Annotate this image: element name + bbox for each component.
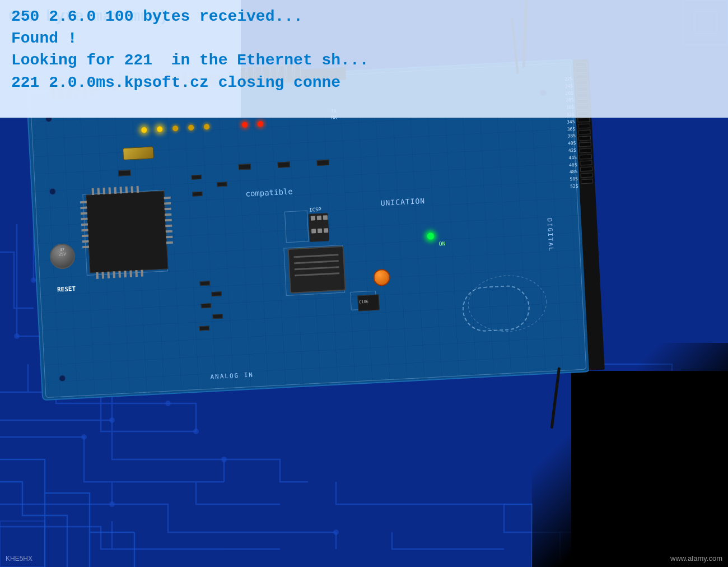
smd-resistor-8 xyxy=(199,326,209,331)
dotted-circle-area xyxy=(461,285,531,333)
ic-lead-b7 xyxy=(129,271,132,277)
ic-lead-b2 xyxy=(101,272,104,278)
smd-resistor-5 xyxy=(212,291,222,296)
green-led xyxy=(427,233,435,240)
smd-resistor-6 xyxy=(201,303,211,308)
rpin-19 xyxy=(580,173,592,178)
led-yellow-1 xyxy=(141,127,147,133)
terminal-overlay: 250 2.6.0 100 bytes received... Found ! … xyxy=(0,0,728,118)
smd-ic-small-3 xyxy=(278,162,290,168)
ic-lead-l1 xyxy=(80,201,87,204)
sd-slot-lines xyxy=(289,247,344,284)
scale-label-38: 38S xyxy=(567,133,576,141)
sd-line-1 xyxy=(293,254,338,258)
reset-label: RESET xyxy=(57,285,76,294)
rpin-16 xyxy=(580,154,592,159)
led-yellow-4 xyxy=(188,124,194,131)
ic-lead-t6 xyxy=(120,187,123,193)
icsp-pin-4 xyxy=(311,229,316,233)
scale-label-44: 44S xyxy=(568,154,577,162)
crystal-oscillator xyxy=(123,146,154,160)
ic-lead-t8 xyxy=(131,186,134,193)
rpin-18 xyxy=(580,166,592,171)
rpin-10 xyxy=(577,117,590,122)
terminal-line-closing: 221 2.0.0ms.kpsoft.cz closing conne xyxy=(11,72,717,94)
scale-label-42: 42S xyxy=(568,147,577,155)
svg-point-0 xyxy=(109,417,115,423)
icsp-pin-3 xyxy=(323,215,328,220)
ic-lead-b1 xyxy=(96,272,99,279)
sd-line-3 xyxy=(295,266,339,270)
rpin-17 xyxy=(580,160,592,165)
rpin-20 xyxy=(581,179,593,184)
scale-label-46: 46S xyxy=(569,161,577,169)
ic-lead-l6 xyxy=(81,229,88,232)
sd-card-slot xyxy=(288,246,346,294)
svg-rect-12 xyxy=(284,211,309,243)
svg-point-1 xyxy=(81,434,87,440)
icsp-pin-1 xyxy=(311,216,315,220)
smd-resistor-4 xyxy=(200,281,210,286)
black-region xyxy=(571,371,728,567)
scale-label-34: 34S xyxy=(567,119,575,127)
ic-lead-r1 xyxy=(164,197,171,199)
led-yellow-3 xyxy=(172,126,179,132)
ic-lead-r6 xyxy=(165,225,172,227)
led-red-rx xyxy=(258,121,264,127)
ic-lead-b4 xyxy=(113,271,115,278)
ic-lead-r5 xyxy=(165,219,172,222)
svg-point-3 xyxy=(165,401,171,406)
icsp-pin-2 xyxy=(317,216,321,220)
sd-line-4 xyxy=(295,272,339,276)
smd-ic-small-2 xyxy=(239,164,251,170)
ic-lead-r4 xyxy=(165,213,171,216)
rpin-11 xyxy=(578,123,590,128)
icsp-pin-5 xyxy=(318,228,322,233)
smd-resistor-3 xyxy=(192,192,202,197)
ic-lead-t9 xyxy=(136,186,139,193)
chip-label: C186 xyxy=(359,300,368,305)
rpin-13 xyxy=(578,136,591,141)
rpin-15 xyxy=(579,148,591,153)
scale-label-36: 36S xyxy=(567,126,576,133)
ic-lead-t7 xyxy=(125,187,128,193)
ic-lead-r7 xyxy=(166,230,172,233)
ic-lead-t2 xyxy=(97,188,100,194)
main-ic-chip xyxy=(86,190,168,273)
ic-lead-b5 xyxy=(118,271,121,278)
ic-lead-l8 xyxy=(82,240,88,243)
scale-label-52: 52S xyxy=(570,183,578,191)
icsp-pin-6 xyxy=(324,228,328,233)
ic-lead-l9 xyxy=(82,246,89,249)
led-red-tx xyxy=(242,122,248,128)
ic-lead-r9 xyxy=(166,241,173,244)
stock-code: KHE5HX xyxy=(6,555,32,563)
sd-line-2 xyxy=(294,260,339,264)
ic-lead-l4 xyxy=(81,218,87,221)
ic-lead-l3 xyxy=(81,212,87,215)
ic-lead-b6 xyxy=(124,271,127,277)
smd-ic-small-4 xyxy=(317,160,329,166)
ic-lead-r2 xyxy=(164,202,171,205)
ic-lead-l7 xyxy=(82,235,88,238)
led-yellow-2 xyxy=(157,126,163,132)
svg-point-4 xyxy=(109,501,115,507)
smd-resistor-2 xyxy=(217,182,227,187)
svg-point-5 xyxy=(221,457,227,462)
scale-label-40: 40S xyxy=(568,140,576,148)
icsp-label: ICSP xyxy=(309,207,321,213)
ic-lead-l5 xyxy=(81,224,88,226)
smd-ic-small-1 xyxy=(118,170,130,176)
smd-resistor-7 xyxy=(213,314,223,319)
ic-lead-b3 xyxy=(107,272,110,278)
ic-lead-l2 xyxy=(80,207,87,210)
ic-lead-t1 xyxy=(92,188,95,195)
ic-lead-t4 xyxy=(109,187,111,194)
led-yellow-5 xyxy=(204,124,210,130)
terminal-line-found: Found ! xyxy=(11,27,717,49)
ic-lead-t5 xyxy=(114,187,117,194)
icsp-header xyxy=(309,213,330,242)
watermark-text: www.alamy.com xyxy=(670,554,722,563)
on-label: ON xyxy=(438,240,446,247)
rpin-12 xyxy=(578,129,590,134)
